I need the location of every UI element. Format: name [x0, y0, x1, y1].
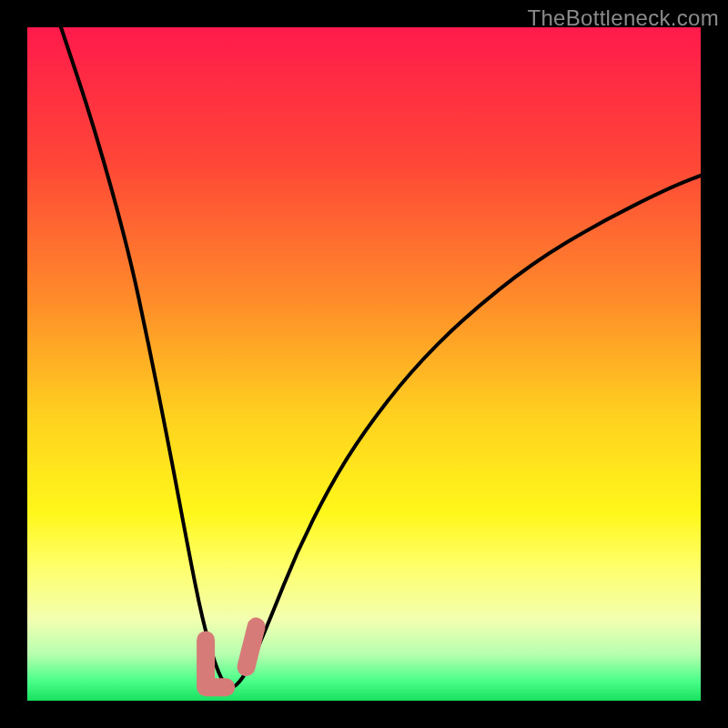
pink-marker-right — [247, 627, 257, 667]
bottleneck-curve — [61, 27, 701, 687]
curve-layer — [27, 27, 701, 701]
plot-area — [27, 27, 701, 701]
chart-frame: TheBottleneck.com — [0, 0, 728, 728]
marker-layer — [206, 627, 257, 688]
